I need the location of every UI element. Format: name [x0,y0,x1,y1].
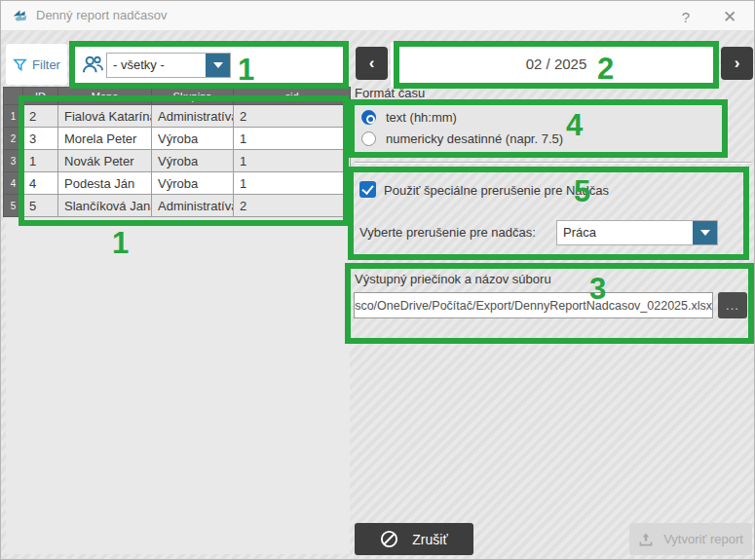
cell-name: Slančíková Jana [58,195,152,217]
group-select[interactable]: - všetky - [106,53,231,78]
create-report-button[interactable]: Vytvoriť report [629,523,752,555]
cell-group: Administratíva [152,195,234,217]
col-header-skupina[interactable]: Skupina [152,88,234,105]
cancel-label: Zrušiť [412,532,447,547]
cell-sid: 1 [234,128,351,150]
cell-sid: 1 [234,172,351,195]
table-row[interactable]: 2 3 Morela Peter Výroba 1 [4,128,351,150]
output-path-value: osco/OneDrive/Počítač/Export/DennyReport… [354,299,712,313]
interruption-select-arrow-button[interactable] [693,221,717,244]
chevron-down-icon [700,230,710,236]
cell-name: Fialová Katarína [58,105,152,128]
next-month-button[interactable]: › [721,47,753,80]
create-report-label: Vytvoriť report [663,532,743,546]
cell-group: Výroba [152,172,234,195]
cell-sid: 2 [234,105,351,128]
prev-month-button[interactable]: ‹ [356,47,388,80]
col-header-meno[interactable]: Meno [58,88,152,105]
cell-sid: 2 [234,195,351,217]
window-title: Denný report nadčasov [36,8,167,22]
cell-id: 3 [23,128,58,150]
cell-group: Výroba [152,128,234,150]
special-interruption-checkbox[interactable] [359,181,376,198]
cell-name: Novák Peter [58,150,152,172]
cell-id: 5 [23,195,58,217]
interruption-select-label: Vyberte prerušenie pre nadčas: [359,225,536,240]
row-number: 3 [4,150,23,172]
cell-id: 1 [23,150,58,172]
month-value[interactable]: 02 / 2025 [399,56,713,72]
table-row[interactable]: 5 5 Slančíková Jana Administratíva 2 [4,195,351,217]
row-number: 5 [4,195,23,217]
table-row[interactable]: 4 4 Podesta Ján Výroba 1 [4,172,351,195]
app-logo-icon [12,8,28,24]
users-icon [82,55,103,74]
cell-id: 4 [23,172,58,195]
chevron-down-icon [213,62,223,68]
cell-group: Administratíva [152,105,234,128]
corner-header [4,88,23,105]
row-number: 2 [4,128,23,150]
col-header-id[interactable]: ID [23,88,58,105]
output-path-label: Výstupný priečinok a názov súboru [355,272,551,286]
radio-text-format[interactable] [361,110,376,125]
special-interruption-label: Použiť špeciálne prerušenie pre Nadčas [384,183,609,198]
radio-text-format-label: text (hh:mm) [386,110,457,125]
close-button[interactable]: ✕ [715,5,744,28]
radio-numeric-format-label: numericky desatinné (napr. 7.5) [386,131,563,146]
interruption-select[interactable]: Práca [556,220,718,245]
app-window: Denný report nadčasov ? ✕ Filter - všetk… [0,0,755,560]
group-select-arrow-button[interactable] [206,54,230,77]
time-format-label: Formát času [355,86,425,100]
title-bar: Denný report nadčasov ? ✕ [1,1,754,31]
cell-name: Morela Peter [58,128,152,150]
cancel-button[interactable]: Zrušiť [355,523,473,555]
cancel-icon [380,530,398,548]
browse-button[interactable]: ... [718,292,747,318]
row-number: 4 [4,172,23,195]
table-row[interactable]: 1 2 Fialová Katarína Administratíva 2 [4,105,351,128]
cell-group: Výroba [152,150,234,172]
help-button[interactable]: ? [671,5,700,28]
interruption-select-value: Práca [557,221,693,244]
group-select-value: - všetky - [107,54,206,77]
filter-label: Filter [32,57,60,72]
cell-sid: 1 [234,150,351,172]
table-header-row: ID Meno Skupina sid [4,88,351,105]
employee-table: ID Meno Skupina sid 1 2 Fialová Katarína… [3,87,351,217]
annotation-box-interruption [348,167,749,260]
filter-funnel-icon [13,57,27,72]
time-format-group [349,99,728,158]
row-number: 1 [4,105,23,128]
table-row[interactable]: 3 1 Novák Peter Výroba 1 [4,150,351,172]
output-path-input[interactable]: osco/OneDrive/Počítač/Export/DennyReport… [354,292,713,318]
radio-numeric-format[interactable] [361,131,376,146]
filter-button[interactable]: Filter [6,44,67,85]
cell-name: Podesta Ján [58,172,152,195]
cell-id: 2 [23,105,58,128]
col-header-sid[interactable]: sid [234,88,351,105]
section-divider [355,162,751,164]
upload-icon [638,532,654,547]
